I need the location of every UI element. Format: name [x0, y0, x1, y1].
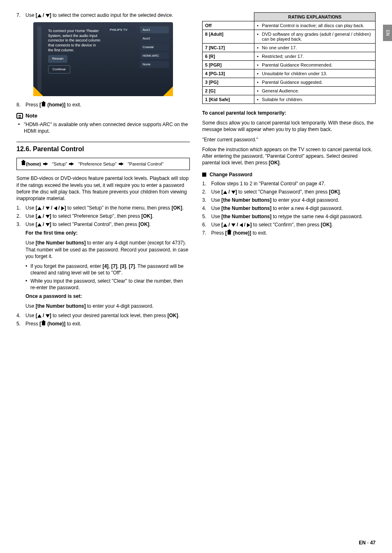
ok-label: [OK]: [138, 221, 149, 227]
step-number: 3.: [16, 221, 25, 227]
text: to select "Preference Setup", then press: [51, 213, 141, 219]
text: to retype the same new 4-digit password.: [272, 214, 363, 219]
note-label: Note: [25, 113, 37, 119]
audio-option[interactable]: Aux2: [140, 35, 169, 42]
number-buttons-label: [the Number buttons]: [221, 197, 272, 203]
text: Use: [25, 205, 36, 211]
cancel-paragraph-1: Some discs allow you to cancel parental …: [202, 120, 376, 133]
arrow-right-icon: [45, 162, 48, 166]
rating-value: Parental Control is inactive; all discs …: [262, 23, 364, 28]
left-arrow-icon: [54, 206, 57, 210]
text: .: [182, 205, 183, 211]
device-connect-screenshot: To connect your Home Theater System, sel…: [33, 22, 173, 96]
step-text: Press [ (home)] to exit.: [211, 230, 376, 236]
rating-key: 5 [PGR]: [203, 61, 254, 69]
note-list: •"HDMI-ARC" is available only when conne…: [16, 121, 190, 134]
device-header-cell: PHILIPS TV: [107, 26, 136, 33]
text: While you input the password, select "Cl…: [30, 278, 190, 291]
table-row: 3 [PG]•Parental Guidance suggested.: [203, 78, 376, 87]
audio-option[interactable]: Coaxial: [140, 44, 169, 51]
down-arrow-icon: [46, 207, 50, 210]
once-set-body: Use [the Number buttons] to enter your 4…: [25, 303, 190, 309]
text: Use: [25, 221, 36, 227]
cancel-heading: To cancel parental lock temporarily:: [202, 110, 376, 116]
text: Use: [25, 313, 36, 318]
footer-page: 47: [370, 540, 376, 546]
rating-value: Restricted; under 17.: [262, 54, 304, 59]
text: Use: [25, 12, 36, 18]
down-arrow-icon: [46, 215, 50, 218]
nav-preference: "Preference Setup": [78, 161, 116, 166]
rating-key: 2 [G]: [203, 87, 254, 95]
text: to select "Parental Control", then press: [51, 221, 139, 227]
text: Use: [211, 222, 221, 228]
up-arrow-icon: [223, 191, 227, 194]
square-bullet-icon: [202, 173, 206, 177]
device-column: PHILIPS TV: [107, 26, 136, 92]
rating-value: Suitable for children.: [262, 97, 303, 102]
code: [3]: [120, 263, 126, 269]
change-step-3: 3. Use [the Number buttons] to enter you…: [202, 197, 376, 203]
right-arrow-icon: [247, 223, 250, 227]
number-buttons-label: [the Number buttons]: [221, 205, 272, 211]
text: to select "Confirm", then press: [252, 222, 321, 228]
cancel-paragraph-3: Follow the instruction which appears on …: [202, 146, 376, 166]
up-arrow-icon: [223, 224, 227, 227]
continue-button[interactable]: Continue: [48, 65, 70, 74]
rating-value: No one under 17.: [262, 45, 297, 50]
text: .: [279, 160, 281, 166]
number-buttons-label: [the Number buttons]: [221, 214, 272, 219]
home-icon: [21, 162, 26, 166]
home-icon: [41, 322, 46, 326]
change-step-1: 1. Follow steps 1 to 2 in "Parental Cont…: [202, 181, 376, 187]
scrollbar-decor: [37, 26, 42, 92]
ok-label: [OK]: [168, 313, 178, 318]
ok-label: [OK]: [269, 160, 279, 166]
nav-setup: "Setup": [52, 161, 67, 166]
audio-option[interactable]: None: [140, 61, 169, 68]
sub-bullet-list: • If you forget the password, enter [4],…: [25, 263, 190, 291]
code: [7]: [111, 263, 118, 269]
up-arrow-icon: [37, 314, 42, 318]
rescan-button[interactable]: Rescan: [48, 55, 67, 62]
step-1: 1. Use [ / / / ] to select "Setup" in th…: [16, 205, 190, 211]
once-set-heading: Once a password is set:: [25, 293, 190, 300]
text: Use: [25, 303, 36, 309]
table-row: 4 [PG-13]•Unsuitable for children under …: [203, 69, 376, 78]
table-row: 1 [Kid Safe]•Suitable for children.: [203, 95, 376, 104]
change-step-5: 5. Use [the Number buttons] to retype th…: [202, 214, 376, 219]
right-arrow-icon: [61, 206, 65, 210]
audio-option[interactable]: Aux1: [140, 26, 169, 33]
step-text: Use [the Number buttons] to retype the s…: [211, 214, 376, 219]
text: Use: [211, 205, 221, 211]
text: Use: [25, 240, 36, 246]
ok-label: [OK]: [321, 222, 332, 228]
rating-key: Off: [203, 21, 254, 30]
left-arrow-icon: [240, 223, 243, 227]
note-icon: [16, 113, 23, 119]
list-item: • If you forget the password, enter [4],…: [25, 263, 190, 276]
navigation-path: (home) "Setup" "Preference Setup" "Paren…: [16, 158, 190, 170]
text: .: [178, 313, 180, 318]
text: to select "Change Password", then press: [237, 189, 329, 195]
first-time-heading: For the first time only:: [25, 230, 190, 236]
text: .: [152, 213, 153, 219]
text: to select the correct audio input for th…: [51, 12, 173, 18]
arrow-right-icon: [121, 162, 124, 166]
text: to select your desired parental lock lev…: [51, 313, 168, 318]
home-icon: [41, 103, 46, 107]
down-arrow-icon: [46, 14, 50, 17]
home-label: (home)]: [232, 230, 251, 236]
table-row: 5 [PGR]•Parental Guidance Recommended.: [203, 61, 376, 69]
text: to select "Setup" in the home menu, then…: [66, 205, 172, 211]
table-row: 8 [Adult]•DVD software of any grades (ad…: [203, 30, 376, 44]
up-arrow-icon: [37, 14, 42, 17]
step-number: 7.: [202, 230, 211, 236]
step-text: Use [ / / / ] to select "Setup" in the h…: [25, 205, 190, 211]
text: Use: [25, 213, 36, 219]
text: .: [332, 222, 333, 228]
section-title: 12.6. Parental Control: [16, 145, 190, 153]
nav-home: (home): [26, 161, 41, 166]
audio-option[interactable]: HDMI-ARC: [140, 52, 169, 59]
text: to enter your 4-digit password.: [86, 303, 154, 309]
